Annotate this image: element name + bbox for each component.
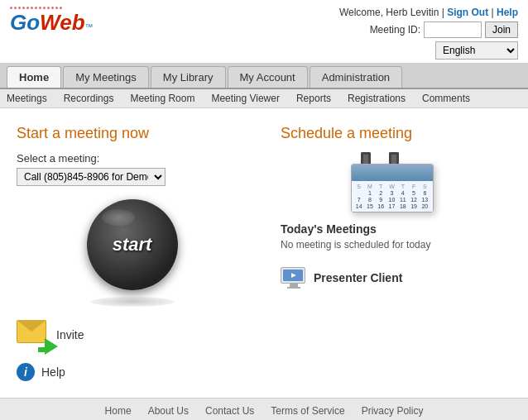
help-link[interactable]: Help	[497, 7, 518, 18]
footer-link-contact[interactable]: Contact Us	[205, 405, 254, 417]
right-column: Schedule a meeting S M T W	[281, 125, 511, 381]
join-button[interactable]: Join	[485, 21, 518, 38]
help-area[interactable]: i Help	[17, 363, 247, 381]
tab-my-library[interactable]: My Library	[151, 66, 226, 88]
sub-nav: Meetings Recordings Meeting Room Meeting…	[0, 89, 528, 108]
sub-nav-meeting-room[interactable]: Meeting Room	[130, 93, 194, 104]
calendar-area[interactable]: S M T W T F S 1 2 3 4	[281, 152, 511, 212]
sub-nav-reports[interactable]: Reports	[296, 93, 331, 104]
cal-header-m: M	[365, 184, 375, 189]
calendar-body: S M T W T F S 1 2 3 4	[351, 164, 434, 212]
sub-nav-registrations[interactable]: Registrations	[348, 93, 406, 104]
calendar-header	[352, 165, 433, 181]
todays-meetings-section: Today's Meetings No meeting is scheduled…	[281, 222, 511, 251]
monitor-base	[287, 287, 300, 289]
cal-header-f: F	[409, 184, 419, 189]
monitor-body: ▶	[281, 267, 305, 284]
footer: Home About Us Contact Us Terms of Servic…	[0, 398, 528, 420]
cal-header-w: W	[386, 184, 396, 189]
no-meeting-text: No meeting is scheduled for today	[281, 239, 511, 251]
monitor-screen: ▶	[283, 270, 303, 281]
monitor-screen-text: ▶	[291, 272, 295, 279]
goweb-logo[interactable]: Go Web ™	[10, 10, 94, 36]
start-meeting-title: Start a meeting now	[17, 125, 247, 142]
meeting-id-label: Meeting ID:	[370, 24, 420, 36]
help-icon: i	[17, 363, 35, 381]
start-button-shadow	[91, 297, 174, 307]
sub-nav-meeting-viewer[interactable]: Meeting Viewer	[211, 93, 280, 104]
footer-link-privacy[interactable]: Privacy Policy	[362, 405, 424, 417]
cal-header-s2: S	[420, 184, 430, 189]
presenter-client-label: Presenter Client	[314, 271, 402, 284]
tab-my-account[interactable]: My Account	[228, 66, 308, 88]
calendar-grid: S M T W T F S 1 2 3 4	[352, 181, 433, 212]
logo-wrapper: Go Web ™	[10, 7, 94, 36]
logo-web: Web	[40, 10, 84, 36]
calendar-ring-left	[361, 152, 371, 164]
main-content: Start a meeting now Select a meeting: Ca…	[0, 108, 528, 398]
invite-area[interactable]: Invite	[17, 320, 247, 350]
envelope-flap	[17, 320, 46, 332]
footer-link-about[interactable]: About Us	[148, 405, 189, 417]
invite-icon	[17, 320, 50, 350]
presenter-client-icon: ▶	[281, 267, 307, 289]
meeting-id-row: Meeting ID: Join	[339, 21, 518, 38]
start-button-area: start	[17, 199, 247, 290]
logo-tm: ™	[85, 22, 94, 31]
select-meeting-label: Select a meeting:	[17, 152, 247, 165]
calendar-ring-right	[389, 152, 399, 164]
sign-out-link[interactable]: Sign Out	[447, 7, 488, 18]
logo-go: Go	[10, 10, 40, 36]
nav-tabs: Home My Meetings My Library My Account A…	[0, 63, 528, 89]
help-label: Help	[41, 365, 65, 379]
header: Go Web ™ Welcome, Herb Levitin | Sign Ou…	[0, 0, 528, 63]
todays-meetings-title: Today's Meetings	[281, 222, 511, 236]
footer-link-home[interactable]: Home	[105, 405, 132, 417]
sub-nav-meetings[interactable]: Meetings	[7, 93, 47, 104]
start-label: start	[113, 234, 152, 255]
welcome-line: Welcome, Herb Levitin | Sign Out | Help	[339, 7, 518, 18]
cal-header-t1: T	[376, 184, 386, 189]
envelope-arrow	[45, 338, 58, 355]
invite-label: Invite	[56, 328, 84, 341]
welcome-text: Welcome, Herb Levitin |	[339, 7, 444, 18]
sub-nav-comments[interactable]: Comments	[422, 93, 470, 104]
sub-nav-recordings[interactable]: Recordings	[64, 93, 114, 104]
tab-administration[interactable]: Administration	[310, 66, 402, 88]
meeting-select[interactable]: Call (805)845-8906 for Demo	[17, 168, 166, 186]
presenter-client-area[interactable]: ▶ Presenter Client	[281, 267, 511, 289]
cal-header-s: S	[354, 184, 364, 189]
logo-dots-decoration	[10, 7, 94, 9]
cal-header-t2: T	[398, 184, 408, 189]
left-column: Start a meeting now Select a meeting: Ca…	[17, 125, 247, 381]
footer-link-terms[interactable]: Terms of Service	[271, 405, 344, 417]
meeting-id-input[interactable]	[424, 21, 482, 38]
start-button[interactable]: start	[87, 199, 178, 290]
language-select[interactable]: English Spanish French German	[435, 41, 518, 60]
tab-home[interactable]: Home	[7, 66, 61, 88]
tab-my-meetings[interactable]: My Meetings	[63, 66, 149, 88]
logo-area: Go Web ™	[10, 7, 94, 36]
header-right: Welcome, Herb Levitin | Sign Out | Help …	[339, 7, 518, 60]
schedule-meeting-title: Schedule a meeting	[281, 125, 511, 142]
